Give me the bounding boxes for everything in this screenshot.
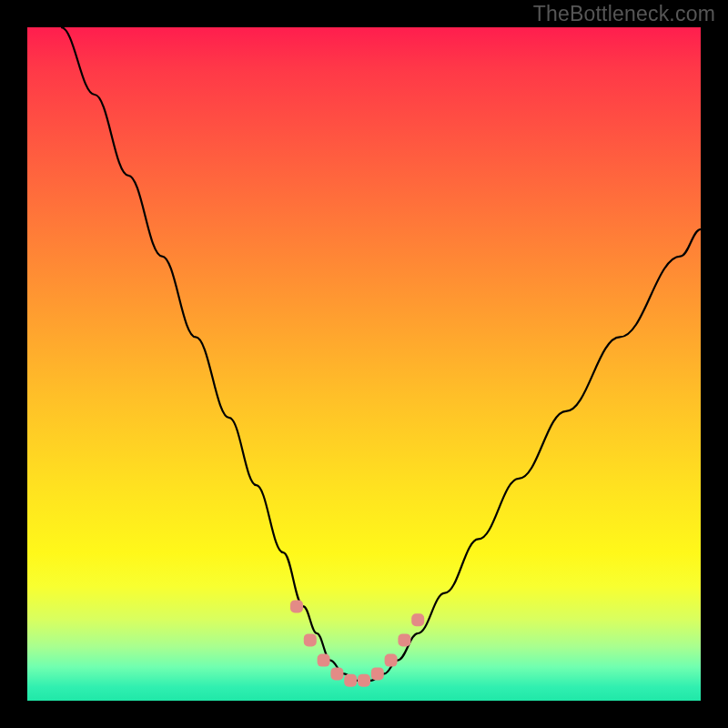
marker-point [385,654,398,667]
chart-svg-layer [27,27,701,701]
marker-point [318,654,330,667]
marker-point [358,674,370,687]
marker-point [304,633,317,646]
chart-frame: TheBottleneck.com [0,0,728,728]
bottleneck-region-markers [290,600,424,686]
bottleneck-curve-line [61,27,701,681]
marker-point [330,667,343,680]
marker-point [411,613,424,626]
marker-point [290,600,303,612]
marker-point [344,674,357,687]
marker-point [371,667,384,680]
marker-point [398,633,410,646]
watermark-text: TheBottleneck.com [533,2,715,26]
